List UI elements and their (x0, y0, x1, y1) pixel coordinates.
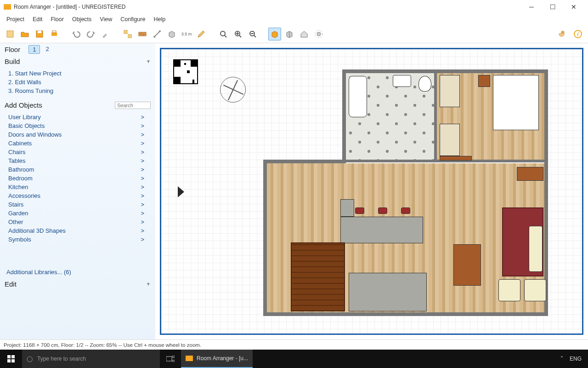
armchair-1[interactable] (498, 279, 520, 301)
design-canvas[interactable] (160, 48, 583, 335)
undo-icon[interactable] (70, 28, 83, 40)
kitchen-lower[interactable] (349, 273, 427, 311)
tv-cabinet[interactable] (517, 167, 543, 181)
toilet[interactable] (418, 76, 431, 92)
group-icon[interactable] (121, 28, 134, 40)
search-input[interactable] (115, 102, 151, 109)
menu-view[interactable]: View (96, 15, 116, 24)
tray-lang[interactable]: ENG (570, 356, 582, 362)
svg-rect-2 (38, 31, 41, 33)
svg-rect-31 (173, 356, 175, 357)
edit-section-header[interactable]: Edit ▼ (0, 278, 155, 290)
cat-additional-3d[interactable]: Additional 3D Shapes> (8, 226, 153, 235)
nightstand-l[interactable] (478, 75, 490, 87)
cat-user-library[interactable]: User Library> (8, 113, 153, 121)
edit-title: Edit (5, 280, 17, 288)
zoom-out-icon[interactable] (246, 28, 259, 40)
hand-icon[interactable] (557, 28, 570, 40)
menubar: Project Edit Floor Objects View Configur… (0, 14, 588, 25)
minimize-button[interactable]: ─ (521, 0, 542, 14)
svg-line-16 (239, 35, 241, 37)
menu-project[interactable]: Project (3, 15, 28, 24)
kitchen-island[interactable] (340, 217, 423, 243)
cat-doors-windows[interactable]: Doors and Windows> (8, 130, 153, 139)
cat-other[interactable]: Other> (8, 218, 153, 226)
cat-stairs[interactable]: Stairs> (8, 200, 153, 209)
system-tray: ˄ ENG (554, 356, 588, 362)
home-icon[interactable] (298, 28, 311, 40)
box3d-icon[interactable] (165, 28, 178, 40)
wardrobe-1[interactable] (440, 75, 460, 107)
brush-icon[interactable] (99, 28, 112, 40)
save-icon[interactable] (33, 28, 46, 40)
redo-icon[interactable] (85, 28, 97, 40)
menu-configure[interactable]: Configure (117, 15, 149, 24)
info-icon[interactable]: i (571, 28, 584, 40)
measure-icon[interactable]: 3.5 m (180, 28, 193, 40)
cat-accessories[interactable]: Accessories> (8, 191, 153, 200)
stool-1[interactable] (355, 207, 364, 214)
build-section-header[interactable]: Build ▼ (0, 56, 155, 67)
cat-bathroom[interactable]: Bathroom> (8, 165, 153, 174)
compass-icon (220, 77, 246, 103)
floor-tab-1[interactable]: 1 (28, 45, 40, 54)
menu-floor[interactable]: Floor (47, 15, 67, 24)
bed[interactable] (493, 75, 539, 130)
pencil-icon[interactable] (195, 28, 208, 40)
stool-3[interactable] (401, 207, 410, 214)
bathtub[interactable] (349, 76, 367, 117)
svg-rect-4 (52, 31, 56, 33)
sidebar: Floor 1 2 Build ▼ 1. Start New Project 2… (0, 43, 155, 339)
view-iso-icon[interactable] (283, 28, 296, 40)
build-start-new[interactable]: 1. Start New Project (8, 69, 153, 78)
cat-basic-objects[interactable]: Basic Objects> (8, 121, 153, 130)
open-icon[interactable] (18, 28, 31, 40)
sofa-right[interactable] (529, 226, 543, 272)
cat-garden[interactable]: Garden> (8, 209, 153, 218)
cat-tables[interactable]: Tables> (8, 156, 153, 165)
svg-point-22 (317, 32, 321, 36)
start-button[interactable] (0, 350, 22, 368)
settings-icon[interactable] (312, 28, 325, 40)
stairs[interactable] (291, 242, 345, 311)
tray-chevron-icon[interactable]: ˄ (560, 356, 563, 362)
svg-text:i: i (577, 31, 579, 37)
dining-table[interactable] (453, 244, 481, 286)
build-edit-walls[interactable]: 2. Edit Walls (8, 78, 153, 86)
taskbar-app-room-arranger[interactable]: Room Arranger - [u... (181, 350, 253, 368)
print-icon[interactable] (48, 28, 61, 40)
svg-rect-6 (128, 34, 131, 38)
additional-libraries-link[interactable]: Additional Libraries... (6) (0, 266, 155, 278)
stool-2[interactable] (378, 207, 387, 214)
new-icon[interactable] (4, 28, 17, 40)
wall-icon[interactable] (136, 28, 149, 40)
floorplan[interactable] (263, 69, 568, 312)
kitchen-counter[interactable] (340, 199, 354, 217)
task-view-icon[interactable] (160, 350, 181, 368)
build-rooms-tuning[interactable]: 3. Rooms Tuning (8, 86, 153, 95)
cat-symbols[interactable]: Symbols> (8, 235, 153, 244)
view-3d-icon[interactable] (268, 28, 281, 40)
armchair-2[interactable] (524, 279, 546, 301)
menu-help[interactable]: Help (150, 15, 169, 24)
entry-arrow-icon (178, 186, 184, 197)
svg-rect-3 (51, 33, 57, 36)
taskbar-search[interactable]: ◯ Type here to search (22, 350, 160, 368)
wardrobe-2[interactable] (440, 124, 460, 156)
cat-chairs[interactable]: Chairs> (8, 148, 153, 156)
menu-edit[interactable]: Edit (29, 15, 46, 24)
desk[interactable] (440, 156, 472, 161)
menu-objects[interactable]: Objects (68, 15, 95, 24)
maximize-button[interactable]: ☐ (542, 0, 563, 14)
svg-line-14 (225, 35, 226, 37)
close-button[interactable]: ✕ (563, 0, 584, 14)
connect-icon[interactable] (151, 28, 164, 40)
floor-tab-2[interactable]: 2 (42, 45, 52, 54)
svg-rect-32 (173, 360, 175, 362)
cat-kitchen[interactable]: Kitchen> (8, 183, 153, 191)
zoom-fit-icon[interactable] (217, 28, 230, 40)
cat-bedroom[interactable]: Bedroom> (8, 174, 153, 183)
sink[interactable] (393, 75, 411, 87)
zoom-in-icon[interactable] (232, 28, 244, 40)
cat-cabinets[interactable]: Cabinets> (8, 139, 153, 148)
